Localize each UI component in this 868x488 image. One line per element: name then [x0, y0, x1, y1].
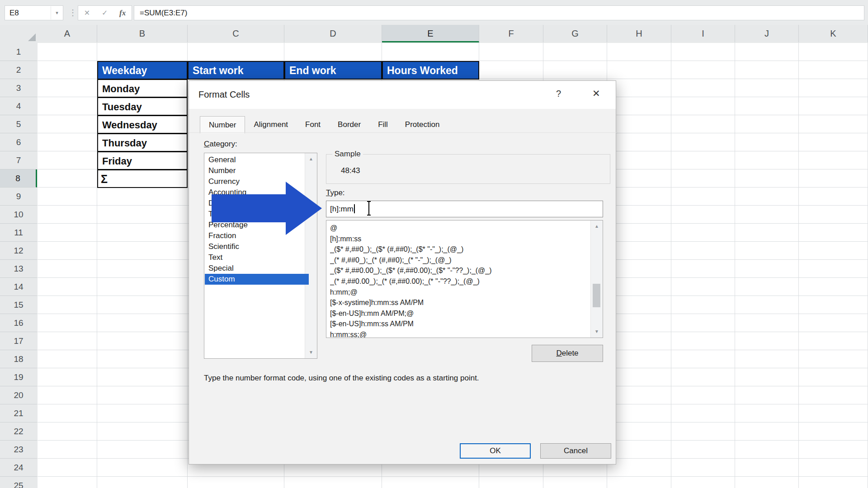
row-header-14[interactable]: 14 — [0, 278, 37, 296]
column-header-G[interactable]: G — [543, 25, 607, 42]
format-cells-dialog: Format Cells ? ✕ NumberAlignmentFontBord… — [189, 80, 616, 465]
select-all-corner[interactable] — [0, 25, 38, 43]
row-header-11[interactable]: 11 — [0, 224, 37, 242]
insert-function-icon[interactable]: fx — [119, 9, 126, 18]
cancel-entry-icon[interactable]: ✕ — [84, 9, 90, 17]
tabs-divider — [189, 132, 617, 133]
scroll-up-icon[interactable]: ▲ — [591, 221, 603, 231]
column-header-E[interactable]: E — [382, 25, 479, 42]
dialog-title: Format Cells — [198, 89, 250, 100]
category-item-custom[interactable]: Custom — [205, 274, 309, 285]
format-code-item[interactable]: [$-en-US]h:mm AM/PM;@ — [330, 308, 588, 319]
row-header-8[interactable]: 8 — [0, 169, 37, 188]
row-header-5[interactable]: 5 — [0, 115, 37, 133]
tab-fill[interactable]: Fill — [369, 117, 396, 133]
dialog-tabs: NumberAlignmentFontBorderFillProtection — [200, 117, 448, 133]
scroll-down-icon[interactable]: ▼ — [591, 327, 603, 337]
codes-scrollbar[interactable]: ▲ ▼ — [590, 221, 603, 338]
row-header-23[interactable]: 23 — [0, 441, 37, 459]
column-header-A[interactable]: A — [38, 25, 97, 42]
tab-alignment[interactable]: Alignment — [245, 117, 297, 133]
row-header-12[interactable]: 12 — [0, 242, 37, 260]
row-header-1[interactable]: 1 — [0, 43, 37, 61]
menu-dots-icon: ⋮ — [69, 8, 77, 18]
row-header-16[interactable]: 16 — [0, 314, 37, 332]
row-header-10[interactable]: 10 — [0, 206, 37, 224]
sample-value: 48:43 — [341, 166, 360, 175]
format-code-item[interactable]: h:mm:ss;@ — [330, 329, 588, 338]
tab-number[interactable]: Number — [200, 116, 245, 133]
sum-cell[interactable]: Σ — [97, 169, 188, 188]
row-header-20[interactable]: 20 — [0, 386, 37, 404]
weekday-cell[interactable]: Thursday — [97, 133, 188, 152]
column-header-C[interactable]: C — [188, 25, 284, 42]
name-box[interactable]: E8 ▾ — [5, 5, 63, 20]
name-box-dropdown-icon[interactable]: ▾ — [51, 6, 63, 19]
column-header-K[interactable]: K — [799, 25, 868, 42]
row-header-17[interactable]: 17 — [0, 332, 37, 350]
delete-button[interactable]: Delete — [532, 345, 603, 362]
format-code-item[interactable]: h:mm;@ — [330, 287, 588, 297]
gridline — [671, 43, 671, 488]
tab-font[interactable]: Font — [297, 117, 329, 133]
column-headers: ABCDEFGHIJK — [38, 25, 868, 43]
help-icon[interactable]: ? — [556, 89, 561, 99]
ok-button[interactable]: OK — [460, 443, 531, 459]
format-code-item[interactable]: [h]:mm:ss — [330, 234, 588, 244]
column-header-D[interactable]: D — [284, 25, 382, 42]
format-code-item[interactable]: _(* #,##0.00_);_(* (#,##0.00);_(* "-"??_… — [330, 276, 588, 286]
weekday-cell[interactable]: Tuesday — [97, 97, 188, 116]
weekday-cell[interactable]: Friday — [97, 151, 188, 170]
type-input-value: [h]:mm — [330, 205, 354, 213]
row-header-6[interactable]: 6 — [0, 133, 37, 151]
column-header-I[interactable]: I — [671, 25, 735, 42]
column-header-B[interactable]: B — [97, 25, 188, 42]
row-header-18[interactable]: 18 — [0, 350, 37, 368]
category-item-text[interactable]: Text — [205, 252, 309, 263]
category-item-general[interactable]: General — [205, 155, 309, 165]
column-header-F[interactable]: F — [479, 25, 543, 42]
format-code-item[interactable]: _($* #,##0_);_($* (#,##0);_($* "-"_);_(@… — [330, 244, 588, 254]
row-header-13[interactable]: 13 — [0, 260, 37, 278]
row-header-7[interactable]: 7 — [0, 151, 37, 169]
row-header-22[interactable]: 22 — [0, 422, 37, 441]
scroll-down-icon[interactable]: ▼ — [305, 347, 317, 357]
formula-bar-strip: E8 ▾ ⋮ ✕ ✓ fx =SUM(E3:E7) — [0, 0, 868, 25]
table-header-cell[interactable]: Start work — [188, 61, 284, 80]
format-code-item[interactable]: _($* #,##0.00_);_($* (#,##0.00);_($* "-"… — [330, 265, 588, 276]
scrollbar-thumb[interactable] — [593, 284, 600, 307]
row-header-25[interactable]: 25 — [0, 477, 37, 488]
table-header-cell[interactable]: End work — [284, 61, 382, 80]
close-icon[interactable]: ✕ — [592, 88, 600, 99]
row-header-21[interactable]: 21 — [0, 404, 37, 422]
table-header-cell[interactable]: Weekday — [97, 61, 188, 80]
category-item-scientific[interactable]: Scientific — [205, 241, 309, 252]
row-header-19[interactable]: 19 — [0, 368, 37, 386]
format-code-item[interactable]: @ — [330, 223, 588, 233]
formula-text: =SUM(E3:E7) — [134, 9, 187, 18]
formula-input[interactable]: =SUM(E3:E7) — [134, 5, 864, 20]
row-header-3[interactable]: 3 — [0, 79, 37, 97]
column-header-H[interactable]: H — [607, 25, 671, 42]
category-item-special[interactable]: Special — [205, 263, 309, 274]
format-code-item[interactable]: [$-en-US]h:mm:ss AM/PM — [330, 319, 588, 329]
table-header-cell[interactable]: Hours Worked — [382, 61, 479, 80]
row-header-9[interactable]: 9 — [0, 188, 37, 206]
select-all-triangle-icon — [28, 33, 36, 41]
row-header-2[interactable]: 2 — [0, 61, 37, 79]
dialog-titlebar: Format Cells ? ✕ — [189, 81, 616, 109]
cancel-button[interactable]: Cancel — [540, 443, 611, 459]
weekday-cell[interactable]: Wednesday — [97, 115, 188, 134]
row-header-15[interactable]: 15 — [0, 296, 37, 314]
row-header-4[interactable]: 4 — [0, 97, 37, 115]
weekday-cell[interactable]: Monday — [97, 79, 188, 98]
tab-protection[interactable]: Protection — [396, 117, 448, 133]
row-header-24[interactable]: 24 — [0, 459, 37, 477]
category-item-number[interactable]: Number — [205, 165, 309, 176]
format-code-item[interactable]: _(* #,##0_);_(* (#,##0);_(* "-"_);_(@_) — [330, 255, 588, 265]
enter-entry-icon[interactable]: ✓ — [102, 9, 108, 17]
format-code-item[interactable]: [$-x-systime]h:mm:ss AM/PM — [330, 297, 588, 308]
format-codes-listbox[interactable]: ▲ ▼ @[h]:mm:ss_($* #,##0_);_($* (#,##0);… — [326, 220, 603, 338]
tab-border[interactable]: Border — [329, 117, 369, 133]
column-header-J[interactable]: J — [735, 25, 799, 42]
